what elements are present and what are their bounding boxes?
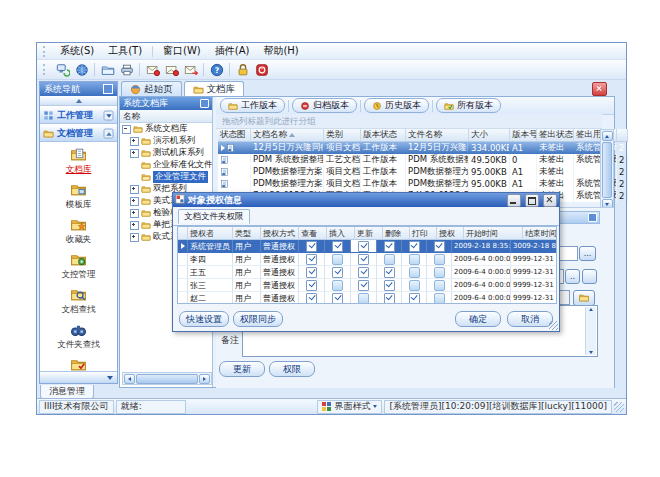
menu-item-3[interactable]: 插件(A) (208, 43, 257, 59)
chevron-up-icon[interactable] (104, 128, 114, 138)
checkbox[interactable] (409, 267, 420, 278)
column-header-2[interactable]: 类别 (324, 129, 361, 142)
message-panel-tab[interactable]: 消息管理 (40, 385, 94, 399)
menu-item-0[interactable]: 系统(S) (53, 43, 101, 59)
close-tab-button[interactable] (592, 82, 607, 96)
close-button[interactable] (543, 194, 557, 207)
column-header-0[interactable]: 状态图 (218, 129, 251, 142)
scrollbar-thumb[interactable] (602, 142, 612, 198)
toolbar-button-pc-sync[interactable] (53, 61, 72, 78)
checkbox[interactable] (358, 293, 369, 304)
interface-style-dropdown[interactable]: 界面样式 (317, 400, 382, 414)
toolbar-button-mail-send[interactable] (181, 61, 200, 78)
perm-column-header-10[interactable]: 开始时间 (464, 227, 523, 240)
browse-ellipsis-button[interactable]: .. (565, 269, 580, 284)
ok-button[interactable]: 确定 (455, 311, 501, 327)
checkbox[interactable] (409, 280, 420, 291)
menu-item-2[interactable]: 窗口(W) (156, 43, 208, 59)
column-header-9[interactable] (617, 129, 628, 142)
menu-item-1[interactable]: 工具(T) (101, 43, 149, 59)
sidebar-item-5[interactable]: 文件夹查找 (40, 319, 117, 354)
checkbox[interactable] (384, 293, 395, 304)
checkbox[interactable] (358, 280, 369, 291)
toolbar-button-help[interactable]: ? (207, 61, 226, 78)
sidebar-item-2[interactable]: 收藏夹 (40, 214, 117, 249)
table-row-0[interactable]: 12月5日万兴隆同行...项目文档工作版本12月5日万兴隆同行...334.00… (218, 142, 600, 154)
perm-column-header-9[interactable]: 授权 (437, 227, 464, 240)
permission-row-3[interactable]: 张三用户普通授权2009-6-4 0:00:009999-12-31 23:59… (178, 279, 556, 292)
checkbox[interactable] (434, 267, 445, 278)
toolbar-button-printer[interactable] (117, 61, 136, 78)
browse-ellipsis-button[interactable]: ... (579, 246, 596, 261)
pin-icon[interactable] (200, 99, 209, 108)
collapse-minus-icon[interactable] (122, 125, 131, 134)
permission-button[interactable]: 权限 (269, 361, 315, 377)
resize-grip[interactable] (549, 321, 558, 330)
checkbox[interactable] (384, 241, 395, 252)
tree-node-3[interactable]: 企业标准化文件 (120, 159, 212, 171)
permission-row-0[interactable]: 系统管理员用户普通授权2009-2-18 8:35:573009-2-18 8:… (178, 240, 556, 253)
checkbox[interactable] (434, 280, 445, 291)
checkbox[interactable] (332, 280, 343, 291)
perm-column-header-4[interactable]: 查看 (299, 227, 327, 240)
checkbox[interactable] (332, 241, 343, 252)
sidebar-overflow-strip[interactable] (40, 371, 117, 383)
tab-0[interactable]: 起始页 (121, 81, 182, 97)
open-folder-button[interactable] (573, 290, 595, 306)
maximize-button[interactable] (525, 194, 539, 207)
version-tab-1[interactable]: 归档版本 (292, 98, 357, 113)
checkbox[interactable] (306, 280, 317, 291)
checkbox[interactable] (384, 267, 395, 278)
scroll-left-button[interactable] (124, 374, 135, 384)
expand-plus-icon[interactable] (130, 209, 139, 218)
column-header-7[interactable]: 签出状态 (537, 129, 574, 142)
sidebar-item-3[interactable]: 文控管理 (40, 249, 117, 284)
minimize-button[interactable] (507, 194, 521, 207)
toolbar-button-exit[interactable] (252, 61, 271, 78)
sidebar-group-1[interactable]: 文档管理 (40, 124, 117, 142)
column-header-6[interactable]: 版本号 (510, 129, 537, 142)
expand-plus-icon[interactable] (130, 149, 139, 158)
table-row-1[interactable]: PDM 系统数据整理检...工艺文档工作版本PDM 系统数据整理...49.50… (218, 154, 600, 166)
expand-plus-icon[interactable] (130, 137, 139, 146)
detail-side-button[interactable] (582, 269, 597, 284)
checkbox[interactable] (434, 254, 445, 265)
chevron-down-icon[interactable] (104, 110, 114, 120)
perm-column-header-11[interactable]: 结束时间 (523, 227, 557, 240)
sidebar-group-0[interactable]: 工作管理 (40, 106, 117, 124)
toolbar-button-mail-receive[interactable] (143, 61, 162, 78)
checkbox[interactable] (409, 293, 420, 304)
checkbox[interactable] (306, 293, 317, 304)
version-tab-0[interactable]: 工作版本 (220, 98, 285, 113)
checkbox[interactable] (332, 254, 343, 265)
toolbar-button-lock[interactable] (233, 61, 252, 78)
permission-row-1[interactable]: 李四用户普通授权2009-6-4 0:00:009999-12-31 23:59… (178, 253, 556, 266)
perm-column-header-2[interactable]: 类型 (233, 227, 261, 240)
table-row-2[interactable]: PDM数据整理方案.doc项目文档工作版本PDM数据整理方案.doc95.00K… (218, 166, 600, 178)
tree-column-header[interactable]: 名称 (120, 110, 212, 123)
table-vertical-scrollbar[interactable] (600, 129, 614, 211)
column-header-5[interactable]: 大小 (469, 129, 510, 142)
tree-horizontal-scrollbar[interactable] (122, 372, 212, 385)
perm-column-header-3[interactable]: 授权方式 (261, 227, 299, 240)
toolbar-button-globe[interactable] (72, 61, 91, 78)
tab-folder-permissions[interactable]: 文档文件夹权限 (178, 209, 250, 224)
perm-column-header-8[interactable]: 打印 (410, 227, 437, 240)
version-tab-2[interactable]: 历史版本 (364, 98, 429, 113)
cancel-button[interactable]: 取消 (507, 311, 553, 327)
dialog-title-bar[interactable]: 对象授权信息 (173, 193, 559, 207)
checkbox[interactable] (409, 241, 420, 252)
permission-row-2[interactable]: 王五用户普通授权2009-6-4 0:00:009999-12-31 23:59… (178, 266, 556, 279)
permission-row-4[interactable]: 赵二用户普通授权2009-6-4 0:00:009999-12-31 23:59… (178, 292, 556, 304)
menu-item-4[interactable]: 帮助(H) (256, 43, 305, 59)
version-tab-3[interactable]: 所有版本 (436, 98, 501, 113)
checkbox[interactable] (434, 293, 445, 304)
sidebar-menu-icon[interactable] (103, 84, 113, 94)
table-row-3[interactable]: PDM数据整理方案2.doc项目文档工作版本PDM数据整理方案2.doc95.0… (218, 178, 600, 190)
checkbox[interactable] (306, 241, 317, 252)
tab-1[interactable]: 文档库 (184, 81, 245, 97)
perm-column-header-5[interactable]: 插入 (327, 227, 355, 240)
sidebar-item-0[interactable]: 文档库 (40, 144, 117, 179)
scroll-right-button[interactable] (199, 374, 210, 384)
scrollbar-thumb[interactable] (136, 374, 198, 384)
